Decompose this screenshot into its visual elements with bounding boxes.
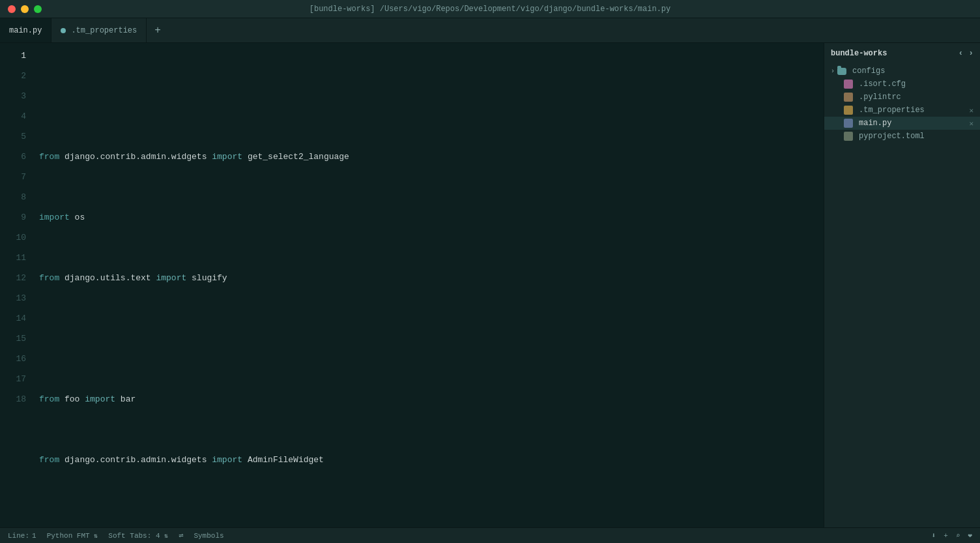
- nav-back-icon[interactable]: ‹: [958, 48, 963, 58]
- add-tab-button[interactable]: +: [147, 18, 169, 42]
- window-title: [bundle-works] /Users/vigo/Repos/Develop…: [310, 5, 671, 14]
- minimize-button[interactable]: [21, 5, 29, 13]
- file-icon: [844, 93, 853, 102]
- statusbar-tabs[interactable]: Soft Tabs: 4 ⇅: [108, 532, 168, 540]
- code-line-3: import os: [39, 207, 824, 227]
- tab-label: main.py: [9, 26, 42, 35]
- file-icon: [844, 80, 853, 89]
- line-label: Line:: [8, 532, 29, 540]
- tabs-value: 4: [156, 532, 160, 540]
- folder-icon: [837, 68, 846, 75]
- line-number: 1: [0, 46, 26, 66]
- tree-item-label: .pylintrc: [859, 93, 901, 102]
- sidebar-item-tm-properties[interactable]: .tm_properties ✕: [824, 104, 980, 117]
- line-number: 7: [0, 167, 26, 187]
- code-line-7: from django.contrib.admin.widgets import…: [39, 450, 824, 470]
- line-value: 1: [32, 532, 36, 540]
- line-number: 15: [0, 329, 26, 349]
- sidebar-item-pylintrc[interactable]: .pylintrc: [824, 91, 980, 104]
- line-number: 2: [0, 66, 26, 86]
- file-tree: › configs .isort.cfg .pylintrc .tm_prop: [824, 63, 980, 527]
- statusbar-right: ⬇ + ⌕ ❤: [932, 531, 972, 540]
- line-number: 18: [0, 389, 26, 409]
- line-numbers: 1 2 3 4 5 6 7 8 9 10 11 12 13 14 15 16 1…: [0, 46, 34, 527]
- nav-forward-icon[interactable]: ›: [968, 48, 973, 58]
- line-number: 16: [0, 349, 26, 369]
- titlebar: [bundle-works] /Users/vigo/Repos/Develop…: [0, 0, 980, 18]
- language-label: Python FMT: [47, 532, 90, 540]
- sidebar-item-pyproject-toml[interactable]: pyproject.toml: [824, 130, 980, 143]
- main-layout: 1 2 3 4 5 6 7 8 9 10 11 12 13 14 15 16 1…: [0, 43, 980, 527]
- file-icon: [844, 132, 853, 141]
- statusbar-language[interactable]: Python FMT ⇅: [47, 532, 98, 540]
- statusbar-symbols[interactable]: Symbols: [194, 532, 223, 540]
- close-button[interactable]: [8, 5, 16, 13]
- tabs-arrow-icon: ⇅: [164, 533, 168, 540]
- tree-item-label: main.py: [859, 119, 891, 128]
- sidebar-item-isort-cfg[interactable]: .isort.cfg: [824, 78, 980, 91]
- code-line-5: [39, 329, 824, 349]
- sidebar-actions: ‹ ›: [958, 48, 973, 58]
- line-number: 17: [0, 369, 26, 389]
- tree-item-label: .isort.cfg: [859, 80, 906, 89]
- language-arrow-icon: ⇅: [94, 533, 98, 540]
- file-sidebar: bundle-works ‹ › › configs .isort.cfg: [824, 43, 980, 527]
- code-line-8: [39, 510, 824, 527]
- tabs-label: Soft Tabs:: [108, 532, 151, 540]
- line-number: 9: [0, 207, 26, 227]
- code-line-6: from foo import bar: [39, 389, 824, 409]
- tree-item-label: configs: [852, 66, 885, 76]
- close-file-icon[interactable]: ✕: [969, 119, 973, 128]
- tab-bar: main.py .tm_properties +: [0, 18, 980, 43]
- tab-tm-properties[interactable]: .tm_properties: [51, 18, 147, 42]
- sidebar-title: bundle-works: [831, 49, 887, 58]
- tree-item-label: pyproject.toml: [859, 132, 925, 141]
- line-number: 8: [0, 187, 26, 207]
- code-content[interactable]: from django.contrib.admin.widgets import…: [34, 46, 824, 527]
- tab-label: .tm_properties: [71, 26, 137, 35]
- sidebar-item-main-py[interactable]: main.py ✕: [824, 117, 980, 130]
- file-icon: [844, 119, 853, 128]
- line-number: 11: [0, 248, 26, 268]
- code-line-4: from django.utils.text import slugify: [39, 268, 824, 288]
- add-icon[interactable]: +: [944, 532, 948, 540]
- settings-icon[interactable]: ❤: [968, 531, 972, 540]
- code-line-2: from django.contrib.admin.widgets import…: [39, 147, 824, 167]
- line-number: 5: [0, 126, 26, 147]
- maximize-button[interactable]: [34, 5, 42, 13]
- line-number: 12: [0, 268, 26, 288]
- line-number: 6: [0, 147, 26, 167]
- code-editor[interactable]: 1 2 3 4 5 6 7 8 9 10 11 12 13 14 15 16 1…: [0, 43, 824, 527]
- statusbar-line: Line: 1: [8, 532, 36, 540]
- line-number: 3: [0, 86, 26, 106]
- symbols-label: Symbols: [194, 532, 223, 540]
- sidebar-item-configs[interactable]: › configs: [824, 65, 980, 78]
- line-number: 13: [0, 288, 26, 308]
- tab-main-py[interactable]: main.py: [0, 18, 51, 42]
- line-number: 14: [0, 308, 26, 329]
- zoom-icon[interactable]: ⌕: [956, 531, 960, 540]
- statusbar: Line: 1 Python FMT ⇅ Soft Tabs: 4 ⇅ ⇌ Sy…: [0, 527, 980, 543]
- traffic-lights: [8, 5, 42, 13]
- line-number: 4: [0, 106, 26, 126]
- chevron-right-icon: ›: [831, 68, 835, 75]
- code-line-1: [39, 86, 824, 106]
- sidebar-header: bundle-works ‹ ›: [824, 43, 980, 63]
- close-file-icon[interactable]: ✕: [969, 106, 973, 115]
- scroll-down-icon[interactable]: ⬇: [932, 531, 936, 540]
- editor-area: 1 2 3 4 5 6 7 8 9 10 11 12 13 14 15 16 1…: [0, 43, 824, 527]
- file-icon: [844, 106, 853, 115]
- modified-indicator: [61, 28, 66, 33]
- line-number: 10: [0, 227, 26, 248]
- tree-item-label: .tm_properties: [859, 106, 925, 115]
- statusbar-encode: ⇌: [179, 531, 183, 540]
- sidebar-title-area: bundle-works: [831, 49, 887, 58]
